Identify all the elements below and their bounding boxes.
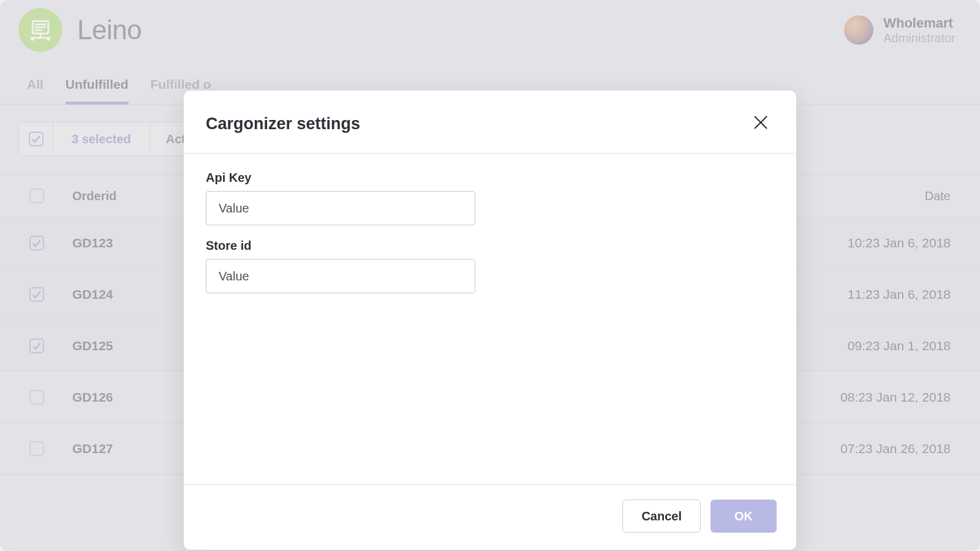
modal-footer: Cancel OK — [184, 484, 796, 550]
cancel-button[interactable]: Cancel — [622, 500, 701, 533]
cargonizer-settings-modal: Cargonizer settings Api Key Store id Can… — [184, 91, 796, 550]
api-key-label: Api Key — [206, 171, 774, 185]
app-frame: Leino Wholemart Administrator All Unfulf… — [0, 0, 980, 551]
modal-header: Cargonizer settings — [184, 91, 796, 154]
store-id-input[interactable] — [206, 259, 475, 293]
modal-title: Cargonizer settings — [206, 114, 360, 133]
field-store-id: Store id — [206, 239, 774, 293]
store-id-label: Store id — [206, 239, 774, 253]
api-key-input[interactable] — [206, 191, 475, 225]
field-api-key: Api Key — [206, 171, 774, 225]
close-icon — [752, 122, 769, 133]
ok-button[interactable]: OK — [710, 500, 777, 533]
close-button[interactable] — [750, 111, 772, 136]
modal-body: Api Key Store id — [184, 154, 796, 484]
